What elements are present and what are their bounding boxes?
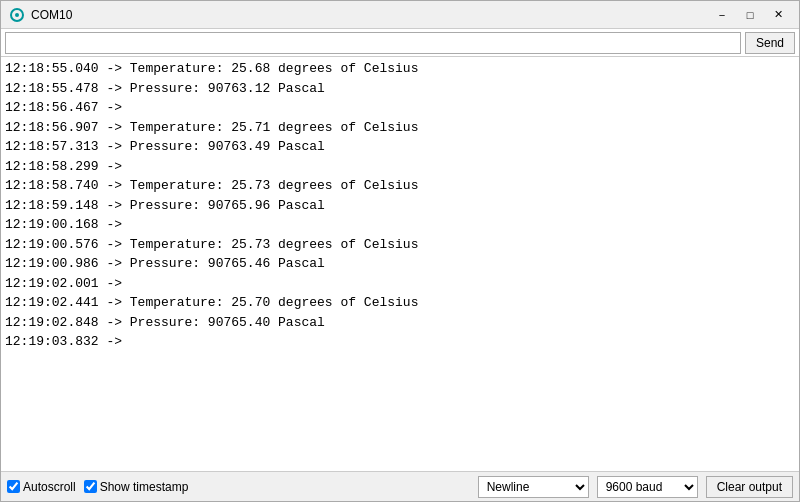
serial-line: 12:18:56.907 -> Temperature: 25.71 degre…	[5, 118, 795, 138]
send-button[interactable]: Send	[745, 32, 795, 54]
serial-line: 12:19:00.168 ->	[5, 215, 795, 235]
title-bar: COM10 − □ ✕	[1, 1, 799, 29]
app-icon	[9, 7, 25, 23]
autoscroll-checkbox[interactable]	[7, 480, 20, 493]
serial-line: 12:19:02.848 -> Pressure: 90765.40 Pasca…	[5, 313, 795, 333]
window-title: COM10	[31, 8, 709, 22]
autoscroll-text: Autoscroll	[23, 480, 76, 494]
toolbar: Send	[1, 29, 799, 57]
serial-line: 12:18:58.740 -> Temperature: 25.73 degre…	[5, 176, 795, 196]
window-controls: − □ ✕	[709, 5, 791, 25]
serial-output: 12:18:55.040 -> Temperature: 25.68 degre…	[1, 57, 799, 471]
svg-point-1	[15, 13, 19, 17]
autoscroll-label[interactable]: Autoscroll	[7, 480, 76, 494]
newline-select[interactable]: Newline No line ending Carriage return B…	[478, 476, 589, 498]
maximize-button[interactable]: □	[737, 5, 763, 25]
minimize-button[interactable]: −	[709, 5, 735, 25]
serial-input[interactable]	[5, 32, 741, 54]
close-button[interactable]: ✕	[765, 5, 791, 25]
serial-line: 12:19:03.832 ->	[5, 332, 795, 352]
serial-line: 12:18:56.467 ->	[5, 98, 795, 118]
serial-line: 12:18:58.299 ->	[5, 157, 795, 177]
serial-line: 12:19:00.986 -> Pressure: 90765.46 Pasca…	[5, 254, 795, 274]
serial-line: 12:18:59.148 -> Pressure: 90765.96 Pasca…	[5, 196, 795, 216]
baud-select[interactable]: 300 baud 1200 baud 2400 baud 4800 baud 9…	[597, 476, 698, 498]
serial-line: 12:18:55.040 -> Temperature: 25.68 degre…	[5, 59, 795, 79]
show-timestamp-text: Show timestamp	[100, 480, 189, 494]
main-window: COM10 − □ ✕ Send 12:18:55.040 -> Tempera…	[0, 0, 800, 502]
show-timestamp-checkbox[interactable]	[84, 480, 97, 493]
serial-line: 12:19:02.441 -> Temperature: 25.70 degre…	[5, 293, 795, 313]
show-timestamp-label[interactable]: Show timestamp	[84, 480, 189, 494]
serial-line: 12:18:57.313 -> Pressure: 90763.49 Pasca…	[5, 137, 795, 157]
serial-line: 12:19:00.576 -> Temperature: 25.73 degre…	[5, 235, 795, 255]
serial-line: 12:19:02.001 ->	[5, 274, 795, 294]
status-bar: Autoscroll Show timestamp Newline No lin…	[1, 471, 799, 501]
serial-line: 12:18:55.478 -> Pressure: 90763.12 Pasca…	[5, 79, 795, 99]
clear-output-button[interactable]: Clear output	[706, 476, 793, 498]
